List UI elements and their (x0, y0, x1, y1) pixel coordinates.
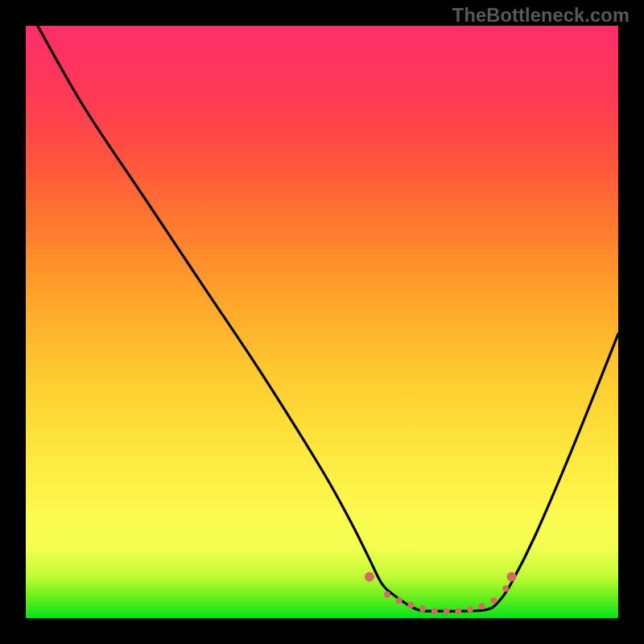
plot-area (26, 26, 618, 618)
optimal-marker-dot (444, 608, 450, 614)
watermark-text: TheBottleneck.com (452, 5, 630, 27)
optimal-marker-dot (407, 602, 414, 609)
optimal-marker-dot (490, 597, 497, 604)
optimal-marker-dot (455, 608, 461, 614)
optimal-marker-dot (507, 572, 517, 582)
optimal-marker-dot (419, 605, 426, 612)
chart-frame: TheBottleneck.com (0, 0, 644, 644)
optimal-marker-dot (502, 585, 509, 592)
optimal-marker-dot (479, 603, 485, 609)
optimal-marker-dot (365, 572, 374, 582)
optimal-marker-dot (467, 606, 473, 613)
optimal-marker-dot (431, 608, 438, 614)
optimal-marker-dot (384, 592, 390, 598)
bottleneck-curve (38, 26, 618, 611)
bottleneck-curve-svg (26, 26, 618, 618)
optimal-marker-dot (396, 597, 402, 604)
